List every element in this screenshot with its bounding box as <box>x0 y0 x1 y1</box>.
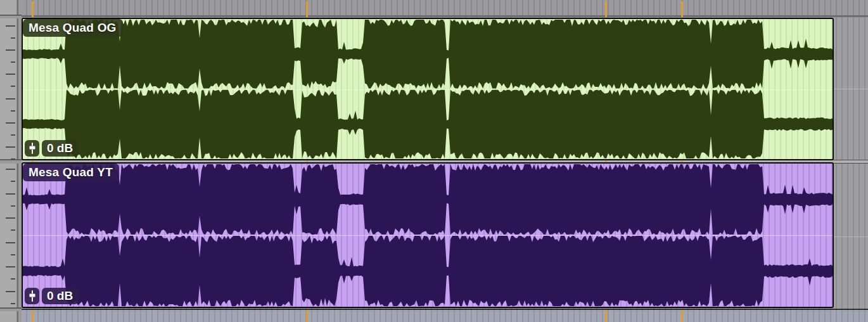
audio-item-mesa-quad-og[interactable]: Mesa Quad OG 0 dB <box>22 18 834 160</box>
edit-marker[interactable] <box>306 1 308 17</box>
item-name-label: Mesa Quad OG <box>23 19 123 37</box>
edit-marker[interactable] <box>605 1 607 17</box>
ruler-tick <box>6 193 15 195</box>
edit-marker[interactable] <box>681 1 683 17</box>
item-gain-controls: 0 dB <box>25 288 79 304</box>
edit-marker[interactable] <box>605 310 607 322</box>
ruler-tick <box>6 122 15 124</box>
edit-marker[interactable] <box>681 310 683 322</box>
ruler-tick <box>11 303 15 304</box>
bottom-scroll-strip[interactable] <box>22 309 868 322</box>
channel-separator-line <box>23 235 833 236</box>
ruler-tick <box>11 110 15 112</box>
ruler-tick <box>6 74 15 75</box>
item-gain-badge[interactable]: 0 dB <box>42 288 79 304</box>
vertical-zoom-ruler <box>0 0 22 322</box>
left-ruler-separator <box>0 159 22 164</box>
ruler-tick <box>6 49 15 51</box>
edit-marker[interactable] <box>306 310 308 322</box>
fader-knob <box>29 146 35 150</box>
ruler-tick <box>11 61 15 63</box>
volume-fader-icon[interactable] <box>25 140 39 157</box>
ruler-tick <box>6 242 15 243</box>
daw-arrange-view: Mesa Quad OG 0 dB Mesa Quad YT 0 dB <box>0 0 868 322</box>
ruler-tick <box>11 158 15 160</box>
ruler-tick <box>11 86 15 87</box>
left-ruler-separator <box>0 15 22 18</box>
fader-knob <box>29 293 35 297</box>
ruler-tick <box>11 278 15 280</box>
edit-marker[interactable] <box>32 310 34 322</box>
ruler-tick <box>6 169 15 170</box>
ruler-tick <box>11 181 15 182</box>
ruler-tick <box>11 37 15 39</box>
ruler-tick <box>11 229 15 231</box>
item-name-label: Mesa Quad YT <box>23 164 119 181</box>
ruler-tick <box>6 98 15 100</box>
timeline-ruler[interactable] <box>22 0 868 17</box>
channel-separator-line <box>23 89 833 90</box>
ruler-tick <box>6 25 15 27</box>
item-gain-controls: 0 dB <box>25 140 79 157</box>
ruler-tick <box>6 266 15 267</box>
audio-item-mesa-quad-yt[interactable]: Mesa Quad YT 0 dB <box>22 162 834 308</box>
ruler-tick <box>11 134 15 136</box>
ruler-tick <box>11 254 15 255</box>
edit-marker[interactable] <box>32 1 34 17</box>
ruler-tick <box>11 205 15 207</box>
item-gain-badge[interactable]: 0 dB <box>42 140 79 157</box>
left-ruler-separator <box>0 307 22 311</box>
ruler-tick <box>6 291 15 292</box>
volume-fader-icon[interactable] <box>25 288 39 304</box>
ruler-tick <box>6 217 15 219</box>
ruler-tick <box>6 146 15 148</box>
